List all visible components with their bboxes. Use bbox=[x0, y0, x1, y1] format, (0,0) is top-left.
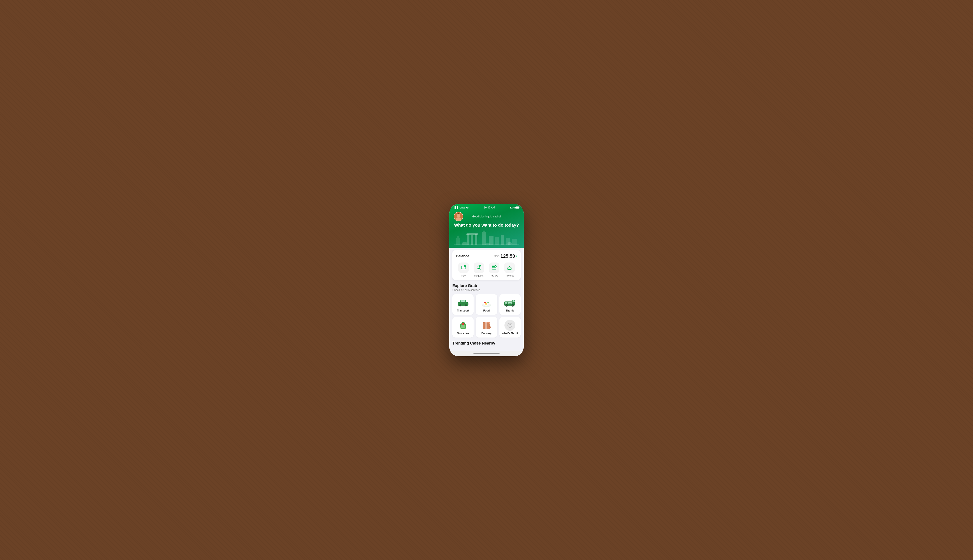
svg-rect-20 bbox=[454, 244, 519, 245]
groceries-label: Groceries bbox=[457, 332, 469, 335]
shuttle-icon bbox=[504, 298, 516, 307]
svg-rect-37 bbox=[461, 300, 462, 302]
explore-subtitle: Check out all 5 services bbox=[452, 288, 521, 292]
svg-rect-10 bbox=[482, 232, 486, 245]
delivery-label: Delivery bbox=[481, 332, 492, 335]
svg-point-58 bbox=[512, 305, 513, 306]
pay-action[interactable]: $ Pay bbox=[458, 262, 469, 277]
rewards-icon bbox=[504, 262, 515, 273]
avatar[interactable] bbox=[454, 212, 463, 222]
delivery-icon bbox=[481, 320, 492, 330]
status-bar: ▐▌▌ Grab 10:37 AM 82% bbox=[449, 204, 524, 210]
phone-frame: ▐▌▌ Grab 10:37 AM 82% bbox=[449, 204, 524, 356]
svg-rect-5 bbox=[457, 236, 459, 238]
svg-rect-16 bbox=[512, 239, 517, 245]
svg-point-49 bbox=[484, 302, 486, 303]
explore-section: Explore Grab Check out all 5 services bbox=[449, 280, 524, 339]
balance-header: Balance SGD 125.50 › bbox=[456, 253, 517, 259]
svg-rect-23 bbox=[462, 268, 463, 268]
balance-arrow-icon[interactable]: › bbox=[516, 254, 517, 258]
status-time: 10:37 AM bbox=[484, 206, 495, 209]
svg-rect-52 bbox=[508, 302, 510, 303]
svg-rect-32 bbox=[507, 269, 511, 270]
svg-point-62 bbox=[462, 323, 464, 325]
hero-section: Good Morning, Michelle! What do you want… bbox=[449, 204, 524, 248]
service-groceries[interactable]: Groceries bbox=[452, 317, 474, 338]
trending-title: Trending Cafes Nearby bbox=[452, 341, 521, 346]
svg-point-35 bbox=[511, 267, 511, 268]
svg-rect-38 bbox=[463, 300, 465, 302]
pay-label: Pay bbox=[462, 274, 466, 277]
balance-label: Balance bbox=[456, 254, 469, 258]
svg-rect-6 bbox=[467, 234, 469, 245]
transport-label: Transport bbox=[457, 309, 469, 312]
balance-currency: SGD bbox=[494, 255, 500, 257]
svg-rect-7 bbox=[471, 235, 473, 245]
request-label: Request bbox=[474, 274, 484, 277]
svg-rect-59 bbox=[514, 303, 516, 303]
hero-top: Good Morning, Michelle! bbox=[454, 212, 519, 222]
services-grid: Transport bbox=[452, 294, 521, 338]
shuttle-label: Shuttle bbox=[506, 309, 514, 312]
service-transport[interactable]: Transport bbox=[452, 294, 474, 315]
request-icon: $ bbox=[474, 262, 484, 273]
svg-rect-13 bbox=[495, 237, 499, 245]
svg-point-3 bbox=[457, 214, 460, 217]
city-illustration bbox=[454, 230, 519, 245]
topup-action[interactable]: Top-Up bbox=[489, 262, 499, 277]
whatsnext-label: What's Next? bbox=[502, 332, 519, 335]
greeting-small: Good Morning, Michelle! bbox=[466, 215, 507, 218]
topup-icon bbox=[489, 262, 499, 273]
svg-rect-8 bbox=[475, 234, 477, 245]
balance-amount-container: SGD 125.50 › bbox=[494, 253, 517, 259]
svg-rect-43 bbox=[467, 303, 468, 303]
service-food[interactable]: Food bbox=[476, 294, 497, 315]
service-whatsnext[interactable]: What's Next? bbox=[499, 317, 521, 338]
svg-point-33 bbox=[509, 266, 510, 267]
battery-icon bbox=[516, 207, 519, 209]
signal-bars: ▐▌▌ bbox=[454, 206, 459, 209]
home-indicator bbox=[449, 351, 524, 356]
svg-rect-9 bbox=[466, 233, 478, 235]
food-label: Food bbox=[483, 309, 489, 312]
home-bar bbox=[473, 353, 500, 354]
wifi-icon bbox=[466, 207, 469, 209]
svg-rect-4 bbox=[456, 238, 460, 245]
request-action[interactable]: $ Request bbox=[474, 262, 484, 277]
greeting-large: What do you want to do today? bbox=[454, 223, 519, 228]
svg-rect-54 bbox=[513, 300, 514, 302]
service-shuttle[interactable]: Shuttle bbox=[499, 294, 521, 315]
balance-card[interactable]: Balance SGD 125.50 › bbox=[452, 250, 521, 280]
svg-point-41 bbox=[460, 305, 461, 306]
groceries-icon bbox=[457, 320, 469, 330]
quick-actions: $ Pay $ bbox=[456, 262, 517, 277]
service-delivery[interactable]: Delivery bbox=[476, 317, 497, 338]
svg-rect-65 bbox=[484, 325, 486, 327]
svg-rect-11 bbox=[483, 230, 486, 232]
main-content: Balance SGD 125.50 › bbox=[449, 248, 524, 351]
svg-point-42 bbox=[466, 305, 466, 306]
whatsnext-icon bbox=[504, 320, 516, 330]
transport-icon bbox=[457, 298, 469, 307]
pay-icon: $ bbox=[458, 262, 469, 273]
svg-point-67 bbox=[510, 326, 510, 326]
status-battery: 82% bbox=[510, 206, 519, 209]
svg-point-56 bbox=[506, 305, 507, 306]
food-icon bbox=[481, 298, 492, 307]
rewards-label: Rewards bbox=[505, 274, 514, 277]
svg-rect-14 bbox=[501, 235, 504, 245]
balance-amount: 125.50 bbox=[500, 253, 515, 259]
svg-point-34 bbox=[508, 267, 508, 268]
svg-rect-53 bbox=[511, 302, 512, 303]
topup-label: Top-Up bbox=[490, 274, 498, 277]
svg-rect-61 bbox=[461, 325, 465, 328]
svg-rect-51 bbox=[505, 302, 507, 303]
status-carrier: ▐▌▌ Grab bbox=[454, 206, 469, 209]
trending-section: Trending Cafes Nearby bbox=[449, 339, 524, 351]
rewards-action[interactable]: Rewards bbox=[504, 262, 515, 277]
explore-title: Explore Grab bbox=[452, 283, 521, 288]
